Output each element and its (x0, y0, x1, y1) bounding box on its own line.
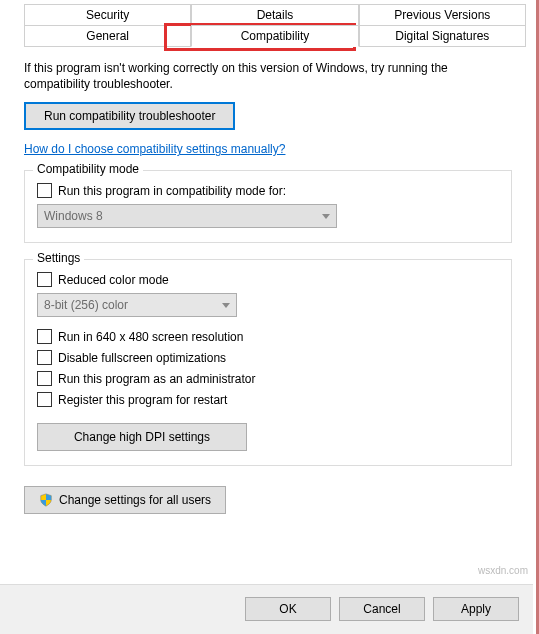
compat-mode-select-value: Windows 8 (44, 209, 103, 223)
color-mode-select[interactable]: 8-bit (256) color (37, 293, 237, 317)
reduced-color-label: Reduced color mode (58, 273, 169, 287)
change-all-users-button[interactable]: Change settings for all users (24, 486, 226, 514)
chevron-down-icon (222, 303, 230, 308)
run-640-label: Run in 640 x 480 screen resolution (58, 330, 243, 344)
tab-details[interactable]: Details (191, 4, 358, 26)
tab-digital-signatures[interactable]: Digital Signatures (359, 25, 526, 47)
run-troubleshooter-button[interactable]: Run compatibility troubleshooter (24, 102, 235, 130)
register-restart-checkbox[interactable] (37, 392, 52, 407)
compat-mode-group: Compatibility mode Run this program in c… (24, 170, 512, 243)
disable-fullscreen-label: Disable fullscreen optimizations (58, 351, 226, 365)
dialog-footer: OK Cancel Apply (0, 584, 533, 634)
settings-title: Settings (33, 251, 84, 265)
tab-compatibility[interactable]: Compatibility (191, 25, 358, 47)
tab-strip: Security Details Previous Versions Gener… (0, 0, 536, 46)
reduced-color-checkbox[interactable] (37, 272, 52, 287)
run-admin-label: Run this program as an administrator (58, 372, 255, 386)
tab-previous-versions[interactable]: Previous Versions (359, 4, 526, 26)
shield-icon (39, 493, 53, 507)
change-all-users-label: Change settings for all users (59, 493, 211, 507)
tab-security[interactable]: Security (24, 4, 191, 26)
compat-mode-title: Compatibility mode (33, 162, 143, 176)
chevron-down-icon (322, 214, 330, 219)
run-admin-checkbox[interactable] (37, 371, 52, 386)
ok-button[interactable]: OK (245, 597, 331, 621)
apply-button[interactable]: Apply (433, 597, 519, 621)
properties-dialog: Security Details Previous Versions Gener… (0, 0, 539, 634)
cancel-button[interactable]: Cancel (339, 597, 425, 621)
tab-general[interactable]: General (24, 25, 191, 47)
run-640-checkbox[interactable] (37, 329, 52, 344)
settings-group: Settings Reduced color mode 8-bit (256) … (24, 259, 512, 466)
color-mode-value: 8-bit (256) color (44, 298, 128, 312)
tab-content: If this program isn't working correctly … (0, 46, 536, 524)
watermark-text: wsxdn.com (478, 565, 528, 576)
intro-text: If this program isn't working correctly … (24, 60, 512, 92)
manual-settings-link[interactable]: How do I choose compatibility settings m… (24, 142, 285, 156)
compat-mode-check-label: Run this program in compatibility mode f… (58, 184, 286, 198)
disable-fullscreen-checkbox[interactable] (37, 350, 52, 365)
compat-mode-select[interactable]: Windows 8 (37, 204, 337, 228)
change-dpi-button[interactable]: Change high DPI settings (37, 423, 247, 451)
compat-mode-checkbox[interactable] (37, 183, 52, 198)
register-restart-label: Register this program for restart (58, 393, 227, 407)
